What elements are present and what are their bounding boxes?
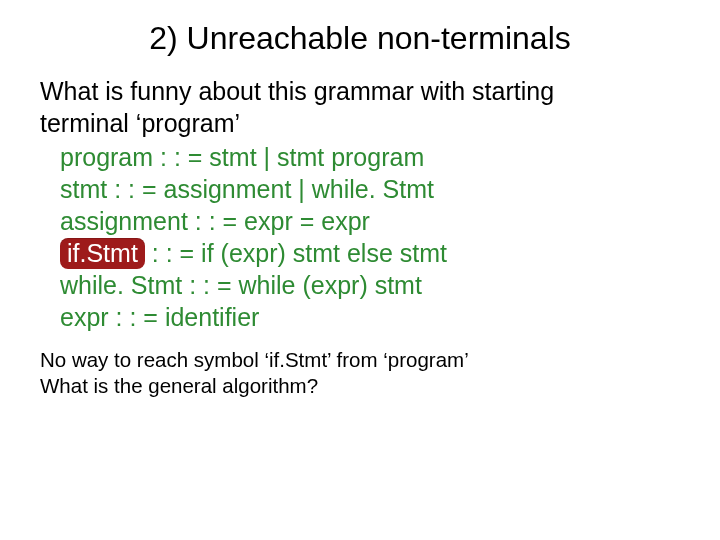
slide-footer: No way to reach symbol ‘if.Stmt’ from ‘p… [0, 333, 720, 399]
slide: 2) Unreachable non-terminals What is fun… [0, 0, 720, 540]
footer-line-1: No way to reach symbol ‘if.Stmt’ from ‘p… [40, 347, 680, 373]
grammar-rule-expr: expr : : = identifier [60, 301, 680, 333]
grammar-rule-program: program : : = stmt | stmt program [60, 141, 680, 173]
intro-line-2: terminal ‘program’ [40, 109, 240, 137]
slide-title: 2) Unreachable non-terminals [0, 0, 720, 75]
unreachable-highlight: if.Stmt [60, 238, 145, 269]
grammar-block: program : : = stmt | stmt program stmt :… [40, 141, 680, 333]
grammar-rule-ifstmt: if.Stmt : : = if (expr) stmt else stmt [60, 237, 680, 269]
grammar-rule-ifstmt-rest: : : = if (expr) stmt else stmt [145, 239, 447, 267]
grammar-rule-whilestmt: while. Stmt : : = while (expr) stmt [60, 269, 680, 301]
footer-line-2: What is the general algorithm? [40, 373, 680, 399]
intro-text: What is funny about this grammar with st… [40, 75, 680, 139]
intro-line-1: What is funny about this grammar with st… [40, 77, 554, 105]
grammar-rule-assignment: assignment : : = expr = expr [60, 205, 680, 237]
slide-body: What is funny about this grammar with st… [0, 75, 720, 333]
grammar-rule-stmt: stmt : : = assignment | while. Stmt [60, 173, 680, 205]
